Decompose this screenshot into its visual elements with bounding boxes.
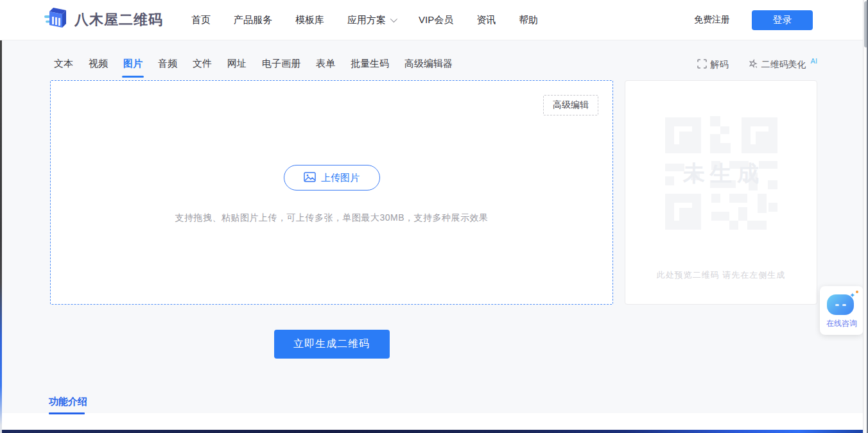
tab-file[interactable]: 文件 — [193, 58, 212, 71]
tab-video[interactable]: 视频 — [89, 58, 108, 71]
qr-preview-caption: 此处预览二维码 请先在左侧生成 — [657, 269, 786, 281]
qr-preview-card: 未生成 此处预览二维码 请先在左侧生成 — [625, 80, 817, 305]
tab-batch[interactable]: 批量生码 — [351, 58, 389, 71]
site-logo[interactable]: 八木屋二维码 — [44, 6, 163, 34]
nav-item-solutions[interactable]: 应用方案 — [347, 14, 395, 26]
upload-column: 高级编辑 上传图片 支持拖拽、粘贴图片上传，可上传多张，单图最大30MB，支持多… — [50, 80, 613, 359]
main-content: 文本 视频 图片 音频 文件 网址 电子画册 表单 批量生码 高级编辑器 — [0, 40, 863, 359]
nav-item-home[interactable]: 首页 — [191, 14, 211, 26]
chevron-down-icon — [390, 15, 397, 22]
advanced-edit-button[interactable]: 高级编辑 — [543, 95, 598, 115]
features-active-underline — [49, 412, 85, 414]
chat-label: 在线咨询 — [826, 318, 857, 329]
window-left-edge — [0, 40, 2, 433]
robot-chat-icon: ✦ — [827, 292, 856, 315]
register-link[interactable]: 免费注册 — [694, 14, 730, 26]
features-panel — [0, 413, 863, 430]
tabs-row: 文本 视频 图片 音频 文件 网址 电子画册 表单 批量生码 高级编辑器 — [50, 58, 817, 71]
sparkle-star-icon: ✦ — [849, 292, 856, 299]
generator-row: 高级编辑 上传图片 支持拖拽、粘贴图片上传，可上传多张，单图最大30MB，支持多… — [50, 80, 817, 359]
header: 八木屋二维码 首页 产品服务 模板库 应用方案 VIP会员 资讯 帮助 免费注册… — [0, 0, 868, 40]
content-type-tabs: 文本 视频 图片 音频 文件 网址 电子画册 表单 批量生码 高级编辑器 — [54, 58, 453, 71]
upload-image-button[interactable]: 上传图片 — [284, 165, 380, 191]
beautify-link[interactable]: 二维码美化AI — [748, 59, 817, 71]
nav-item-products[interactable]: 产品服务 — [234, 14, 272, 26]
logo-icon — [44, 6, 69, 34]
footer-top-edge — [0, 430, 868, 433]
tab-utilities: 解码 二维码美化AI — [697, 59, 817, 71]
nav-item-help[interactable]: 帮助 — [519, 14, 538, 26]
sparkle-icon — [748, 59, 758, 71]
tab-url[interactable]: 网址 — [227, 58, 247, 71]
nav-item-vip[interactable]: VIP会员 — [419, 14, 453, 26]
main-nav: 首页 产品服务 模板库 应用方案 VIP会员 资讯 帮助 — [191, 14, 538, 26]
login-button[interactable]: 登录 — [752, 10, 813, 30]
image-picture-icon — [304, 172, 316, 184]
header-right: 免费注册 登录 — [694, 10, 813, 30]
tab-audio[interactable]: 音频 — [158, 58, 177, 71]
generate-qrcode-button[interactable]: 立即生成二维码 — [274, 330, 390, 359]
nav-item-news[interactable]: 资讯 — [476, 14, 496, 26]
ai-badge: AI — [811, 57, 817, 65]
tab-advanced-editor[interactable]: 高级编辑器 — [404, 58, 453, 71]
tab-text[interactable]: 文本 — [54, 58, 73, 71]
online-chat-widget[interactable]: ✦ 在线咨询 — [820, 286, 864, 335]
image-upload-dropzone[interactable]: 高级编辑 上传图片 支持拖拽、粘贴图片上传，可上传多张，单图最大30MB，支持多… — [50, 80, 613, 305]
logo-text: 八木屋二维码 — [74, 10, 163, 30]
tab-ebook[interactable]: 电子画册 — [262, 58, 300, 71]
features-tab[interactable]: 功能介绍 — [49, 396, 87, 414]
tab-image[interactable]: 图片 — [123, 58, 143, 71]
upload-hint-text: 支持拖拽、粘贴图片上传，可上传多张，单图最大30MB，支持多种展示效果 — [175, 212, 488, 224]
qr-not-generated-label: 未生成 — [652, 105, 790, 242]
qr-placeholder-image: 未生成 — [652, 105, 790, 242]
features-tab-label: 功能介绍 — [49, 396, 87, 408]
scan-frame-icon — [697, 59, 707, 71]
tab-form[interactable]: 表单 — [316, 58, 335, 71]
nav-item-templates[interactable]: 模板库 — [295, 14, 324, 26]
sparkle-dot-icon — [856, 291, 858, 293]
decode-link[interactable]: 解码 — [697, 59, 729, 71]
